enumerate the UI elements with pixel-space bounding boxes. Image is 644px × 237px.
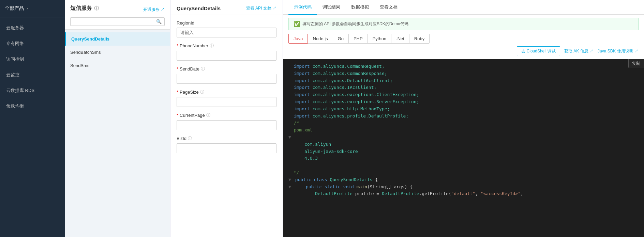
code-line xyxy=(288,162,639,169)
api-doc-link[interactable]: 查看 API 文档 ↗ xyxy=(246,5,276,11)
collapse-icon[interactable]: ▼ xyxy=(288,134,294,141)
gutter-spacer xyxy=(288,77,294,84)
sidebar-item-cloud-monitor[interactable]: 云监控 xyxy=(0,67,65,83)
form-label-SendDate: * SendDate ⓘ xyxy=(177,66,276,72)
gutter-spacer xyxy=(288,63,294,70)
code-line: import com.aliyuncs.profile.DefaultProfi… xyxy=(288,113,639,120)
form-group-RegionId: RegionId xyxy=(177,20,276,37)
code-content: import com.aliyuncs.DefaultAcsClient; xyxy=(294,77,393,84)
field-input-PageSize[interactable] xyxy=(177,97,276,107)
code-content: pom.xml xyxy=(294,127,313,134)
main-tab-data-mock[interactable]: 数据模拟 xyxy=(346,0,374,15)
sidebar-item-cloud-db-rds[interactable]: 云数据库 RDS xyxy=(0,83,65,98)
collapse-icon[interactable]: ▼ xyxy=(288,176,294,184)
lang-tabs: JavaNode.jsGoPHPPython.NetRuby xyxy=(283,30,644,44)
sidebar-item-load-balance[interactable]: 负载均衡 xyxy=(0,98,65,114)
cloudshell-button[interactable]: 去 CloudShell 调试 xyxy=(517,46,560,56)
sidebar-nav: 云服务器专有网络访问控制云监控云数据库 RDS负载均衡 xyxy=(0,17,65,237)
form-label-BizId: BizId ⓘ xyxy=(177,136,276,141)
form-label-RegionId: RegionId xyxy=(177,20,276,26)
code-line: ▼ public static void main(String[] args)… xyxy=(288,184,639,191)
code-line: pom.xml xyxy=(288,127,639,134)
code-content: public static void main(String[] args) { xyxy=(295,184,413,191)
service-panel: 短信服务 ⓘ 开通服务 ↗ 🔍 QuerySendDetailsSendBatc… xyxy=(65,0,170,237)
field-label-text: PageSize xyxy=(180,90,199,95)
sidebar-header[interactable]: 全部产品 › xyxy=(0,0,65,17)
gutter-spacer xyxy=(288,98,294,106)
lang-tab-go[interactable]: Go xyxy=(333,34,349,44)
main-tab-example-code[interactable]: 示例代码 xyxy=(288,0,317,15)
code-line: import com.aliyuncs.http.MethodType; xyxy=(288,106,639,113)
field-label-text: PhoneNumber xyxy=(180,43,208,48)
code-area[interactable]: 复制 import com.aliyuncs.CommonRequest; im… xyxy=(283,59,644,237)
field-input-PhoneNumber[interactable] xyxy=(177,51,276,61)
copy-button[interactable]: 复制 xyxy=(628,59,644,68)
gutter-spacer xyxy=(288,169,294,176)
code-content: public class QuerySendDetails { xyxy=(295,176,378,184)
help-icon: ⓘ xyxy=(188,136,192,141)
chevron-right-icon: › xyxy=(27,6,28,11)
form-body: RegionId* PhoneNumber ⓘ* SendDate ⓘ* Pag… xyxy=(170,15,283,164)
code-notice: ✅ 填写左侧的 API 参数会自动同步生成对应SDK的Demo代码 xyxy=(288,18,639,30)
code-content: import com.aliyuncs.profile.DefaultProfi… xyxy=(294,113,409,120)
gutter-spacer xyxy=(288,127,294,134)
code-line: import com.aliyuncs.exceptions.ServerExc… xyxy=(288,98,639,106)
open-service-link[interactable]: 开通服务 ↗ xyxy=(143,7,165,13)
sidebar-item-cloud-server[interactable]: 云服务器 xyxy=(0,20,65,36)
code-line: import com.aliyuncs.CommonResponse; xyxy=(288,70,639,77)
api-item-QuerySendDetails[interactable]: QuerySendDetails xyxy=(65,32,170,46)
check-icon: ✅ xyxy=(294,21,300,27)
code-line: DefaultProfile profile = DefaultProfile.… xyxy=(288,190,639,198)
sidebar-item-access-control[interactable]: 访问控制 xyxy=(0,51,65,67)
api-item-SendSms[interactable]: SendSms xyxy=(65,59,170,72)
field-input-BizId[interactable] xyxy=(177,143,276,153)
main-tab-view-docs[interactable]: 查看文档 xyxy=(374,0,403,15)
api-item-SendBatchSms[interactable]: SendBatchSms xyxy=(65,46,170,59)
field-input-RegionId[interactable] xyxy=(177,28,276,37)
code-content: import com.aliyuncs.exceptions.ClientExc… xyxy=(294,91,419,98)
gutter-spacer xyxy=(288,120,294,127)
gutter-spacer xyxy=(288,106,294,113)
gutter-spacer xyxy=(288,84,294,91)
ak-info-link[interactable]: 获取 AK 信息 ↗ xyxy=(564,48,594,54)
code-line: /* xyxy=(288,120,639,127)
field-input-CurrentPage[interactable] xyxy=(177,120,276,130)
form-label-PhoneNumber: * PhoneNumber ⓘ xyxy=(177,43,276,49)
code-line: import com.aliyuncs.exceptions.ClientExc… xyxy=(288,91,639,98)
required-marker: * xyxy=(177,66,178,72)
form-panel-header: QuerySendDetails 查看 API 文档 ↗ xyxy=(170,0,283,15)
gutter-spacer xyxy=(288,148,294,155)
collapse-icon[interactable]: ▼ xyxy=(288,184,294,191)
gutter-spacer xyxy=(288,70,294,77)
form-panel-title: QuerySendDetails xyxy=(177,5,221,11)
lang-tab-dotnet[interactable]: .Net xyxy=(391,34,409,44)
code-content: /* xyxy=(294,120,299,127)
sdk-docs-link[interactable]: Java SDK 使用说明 ↗ xyxy=(598,48,639,54)
gutter-spacer xyxy=(288,141,294,148)
help-icon: ⓘ xyxy=(200,89,204,95)
required-marker: * xyxy=(177,43,178,48)
lang-tab-php[interactable]: PHP xyxy=(348,34,368,44)
main-tabs: 示例代码调试结果数据模拟查看文档 xyxy=(283,0,644,15)
lang-tab-python[interactable]: Python xyxy=(368,34,391,44)
service-search-box: 🔍 xyxy=(70,17,165,26)
code-block: import com.aliyuncs.CommonRequest; impor… xyxy=(288,63,639,198)
info-icon: ⓘ xyxy=(94,5,99,12)
lang-tab-java[interactable]: Java xyxy=(288,34,308,44)
field-label-text: BizId xyxy=(177,136,186,141)
code-content: import com.aliyuncs.CommonRequest; xyxy=(294,63,385,70)
lang-tab-nodejs[interactable]: Node.js xyxy=(308,34,333,44)
sidebar-item-dedicated-network[interactable]: 专有网络 xyxy=(0,36,65,51)
help-icon: ⓘ xyxy=(210,43,214,49)
help-icon: ⓘ xyxy=(206,112,210,118)
code-content: import com.aliyuncs.CommonResponse; xyxy=(294,70,387,77)
search-input[interactable] xyxy=(73,19,156,24)
search-icon[interactable]: 🔍 xyxy=(156,19,162,24)
form-panel: QuerySendDetails 查看 API 文档 ↗ RegionId* P… xyxy=(170,0,283,237)
lang-tab-ruby[interactable]: Ruby xyxy=(409,34,430,44)
field-input-SendDate[interactable] xyxy=(177,74,276,84)
main-tab-debug-result[interactable]: 调试结果 xyxy=(317,0,346,15)
code-content: */ xyxy=(294,169,299,176)
code-line: com.aliyun xyxy=(288,141,639,148)
code-content: 4.0.3 xyxy=(294,155,318,162)
